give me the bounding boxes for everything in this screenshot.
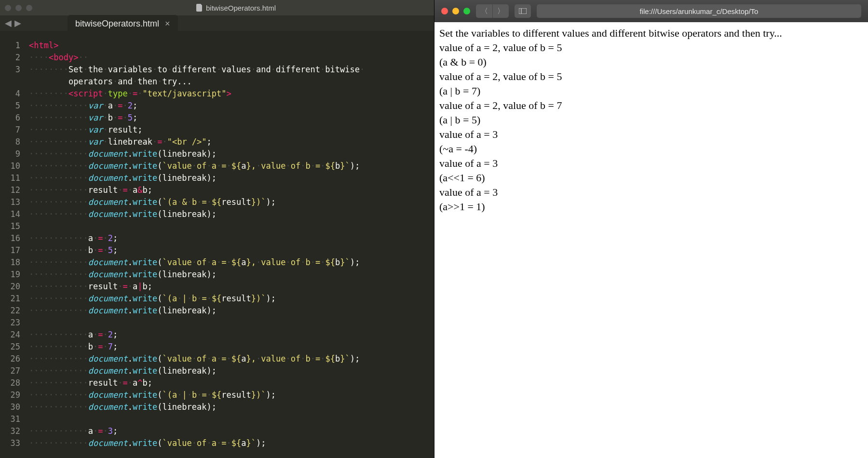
line-number: 13 [0,196,20,208]
line-number: 24 [0,329,20,341]
line-number: 29 [0,389,20,401]
nav-forward-button[interactable]: 〉 [492,4,509,18]
output-line: (a | b = 5) [439,113,863,127]
code-line[interactable]: ············document.write(linebreak); [29,172,434,184]
line-number: 27 [0,365,20,377]
url-field[interactable]: file:///Users/arunkumar_c/Desktop/To [537,4,861,18]
code-line[interactable]: <html> [29,40,434,52]
code-line[interactable]: ············a·=·3; [29,425,434,437]
line-number: 3 [0,64,20,76]
code-line[interactable]: operators·and·then·try... [29,76,434,88]
code-line[interactable]: ············a·=·2; [29,232,434,244]
nav-forward-icon[interactable]: ▶ [14,18,21,28]
line-number: 20 [0,281,20,293]
editor-traffic-lights[interactable] [5,5,32,11]
code-line[interactable]: ············document.write(linebreak); [29,401,434,413]
line-number: 32 [0,425,20,437]
code-line[interactable]: ············b·=·7; [29,341,434,353]
output-line: value of a = 2, value of b = 7 [439,98,863,113]
code-line[interactable]: ············var·a·=·2; [29,100,434,112]
browser-pane: 〈 〉 file:///Users/arunkumar_c/Desktop/To… [434,0,868,458]
code-line[interactable]: ············document.write(`value·of·a·=… [29,160,434,172]
line-number: 1 [0,40,20,52]
code-line[interactable]: ············document.write(linebreak); [29,305,434,317]
line-number: 4 [0,88,20,100]
line-number: 9 [0,148,20,160]
code-content[interactable]: <html>····<body>··········Set·the·variab… [27,36,434,458]
code-line[interactable] [29,413,434,425]
code-line[interactable]: ············document.write(linebreak); [29,148,434,160]
code-line[interactable]: ····<body>·· [29,52,434,64]
line-number: 25 [0,341,20,353]
code-line[interactable]: ············var·linebreak·=·"<br />"; [29,136,434,148]
minimize-dot-icon[interactable] [15,5,22,11]
nav-back-icon[interactable]: ◀ [5,18,12,28]
close-icon[interactable]: × [165,19,170,29]
line-number: 21 [0,293,20,305]
minimize-dot-icon[interactable] [452,8,459,14]
code-line[interactable]: ············document.write(`value·of·a·=… [29,353,434,365]
code-line[interactable]: ············document.write(`(a·|·b·=·${r… [29,293,434,305]
window-title: bitwiseOperators.html [206,4,276,12]
chevron-right-icon: 〉 [497,7,504,16]
code-line[interactable]: ········<script·type·=·"text/javascript"… [29,88,434,100]
line-number-gutter: 123 456789101112131415161718192021222324… [0,36,27,458]
line-number: 22 [0,305,20,317]
code-area[interactable]: 123 456789101112131415161718192021222324… [0,36,434,458]
code-line[interactable]: ············var·result; [29,124,434,136]
output-line: value of a = 2, value of b = 5 [439,40,863,55]
code-line[interactable]: ············document.write(`value·of·a·=… [29,256,434,269]
line-number: 19 [0,269,20,281]
line-number: 26 [0,353,20,365]
code-line[interactable]: ············b·=·5; [29,244,434,256]
editor-nav-arrows: ◀ ▶ bitwiseOperators.html × [0,15,434,31]
line-number: 33 [0,437,20,449]
code-line[interactable]: ············document.write(linebreak); [29,208,434,220]
code-line[interactable]: ············result·=·a|b; [29,281,434,293]
line-number: 14 [0,208,20,220]
code-line[interactable]: ············var·b·=·5; [29,112,434,124]
fullscreen-dot-icon[interactable] [26,5,32,11]
nav-back-button[interactable]: 〈 [476,4,492,18]
output-line: (a>>1 = 1) [439,200,863,214]
output-line: value of a = 2, value of b = 5 [439,69,863,84]
safari-toolbar: 〈 〉 file:///Users/arunkumar_c/Desktop/To [434,0,868,22]
line-number: 11 [0,172,20,184]
sidebar-button[interactable] [515,4,531,18]
line-number: 6 [0,112,20,124]
line-number: 17 [0,244,20,256]
code-line[interactable]: ············result·=·a^b; [29,377,434,389]
line-number: 12 [0,184,20,196]
page-content: Set the variables to different values an… [434,22,868,458]
code-line[interactable]: ············document.write(`(a·|·b·=·${r… [29,389,434,401]
line-number: 10 [0,160,20,172]
code-line[interactable]: ············document.write(linebreak); [29,365,434,377]
code-line[interactable] [29,220,434,232]
line-number: 5 [0,100,20,112]
code-line[interactable]: ········Set·the·variables·to·different·v… [29,64,434,76]
chevron-left-icon: 〈 [481,7,488,16]
editor-titlebar: bitwiseOperators.html [0,0,434,15]
file-icon [196,4,203,12]
safari-traffic-lights[interactable] [441,8,470,14]
output-line: (a | b = 7) [439,84,863,98]
line-number: 30 [0,401,20,413]
editor-pane: bitwiseOperators.html ◀ ▶ bitwiseOperato… [0,0,434,458]
url-text: file:///Users/arunkumar_c/Desktop/To [640,7,759,15]
line-number: 18 [0,256,20,269]
code-line[interactable]: ············document.write(`(a·&·b·=·${r… [29,196,434,208]
code-line[interactable]: ············result·=·a&b; [29,184,434,196]
output-line: value of a = 3 [439,185,863,200]
code-line[interactable]: ············document.write(linebreak); [29,269,434,281]
code-line[interactable]: ············document.write(`value·of·a·=… [29,437,434,449]
editor-tab[interactable]: bitwiseOperators.html × [68,15,178,33]
line-number: 8 [0,136,20,148]
line-number [0,76,20,88]
close-dot-icon[interactable] [5,5,11,11]
line-number: 15 [0,220,20,232]
code-line[interactable] [29,317,434,329]
line-number: 7 [0,124,20,136]
code-line[interactable]: ············a·=·2; [29,329,434,341]
close-dot-icon[interactable] [441,8,448,14]
fullscreen-dot-icon[interactable] [463,8,470,14]
